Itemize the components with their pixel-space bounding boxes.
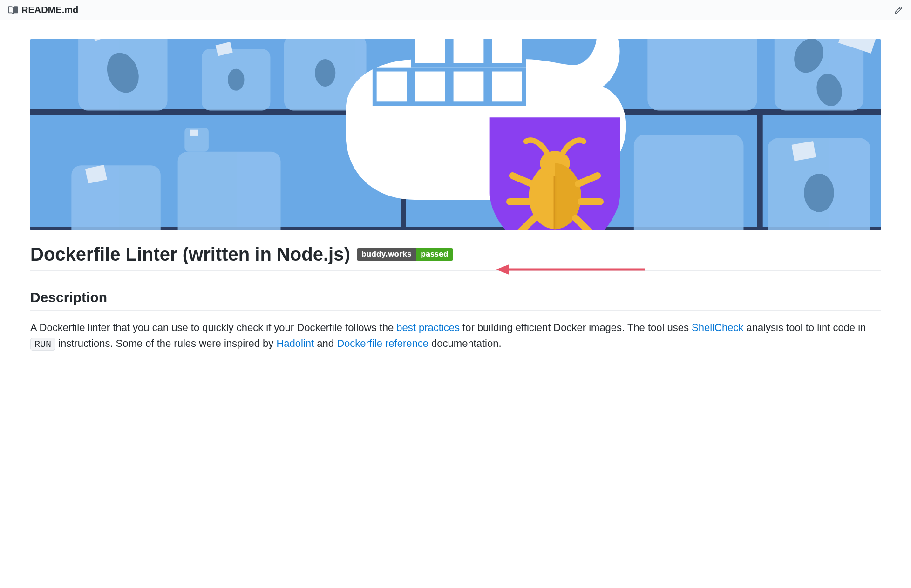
build-badge[interactable]: buddy.works passed — [357, 248, 453, 261]
svg-rect-33 — [490, 39, 524, 65]
svg-point-17 — [315, 59, 335, 87]
svg-rect-32 — [451, 39, 486, 65]
title-text: Dockerfile Linter (written in Node.js) — [30, 244, 350, 265]
svg-rect-13 — [634, 135, 744, 230]
svg-rect-26 — [190, 130, 198, 136]
desc-text-5: and — [314, 338, 337, 349]
edit-icon[interactable] — [894, 6, 903, 14]
svg-rect-29 — [451, 69, 486, 104]
svg-point-16 — [228, 69, 244, 91]
code-run: RUN — [30, 338, 55, 351]
svg-rect-8 — [647, 39, 757, 110]
link-hadolint[interactable]: Hadolint — [276, 338, 314, 349]
desc-text-1: A Dockerfile linter that you can use to … — [30, 322, 396, 333]
svg-rect-10 — [71, 165, 160, 230]
link-dockerfile-reference[interactable]: Dockerfile reference — [337, 338, 428, 349]
badge-right: passed — [416, 248, 453, 261]
desc-text-6: documentation. — [428, 338, 502, 349]
svg-rect-31 — [413, 39, 448, 65]
desc-text-3: analysis tool to lint code in — [743, 322, 866, 333]
link-best-practices[interactable]: best practices — [396, 322, 460, 333]
svg-rect-11 — [178, 152, 281, 230]
desc-text-2: for building efficient Docker images. Th… — [460, 322, 692, 333]
svg-rect-28 — [413, 69, 448, 104]
svg-rect-30 — [490, 69, 524, 104]
svg-rect-27 — [374, 69, 409, 104]
file-header: README.md — [0, 0, 911, 20]
link-shellcheck[interactable]: ShellCheck — [692, 322, 743, 333]
badge-left: buddy.works — [357, 248, 416, 261]
description-paragraph: A Dockerfile linter that you can use to … — [30, 320, 881, 351]
readme-body: Dockerfile Linter (written in Node.js) b… — [0, 20, 911, 370]
hero-banner — [30, 39, 881, 230]
page-title: Dockerfile Linter (written in Node.js) b… — [30, 244, 881, 271]
svg-rect-4 — [757, 115, 763, 230]
description-heading: Description — [30, 290, 881, 311]
svg-point-20 — [804, 174, 834, 212]
desc-text-4: instructions. Some of the rules were ins… — [55, 338, 276, 349]
book-icon — [8, 6, 18, 15]
file-name: README.md — [21, 5, 78, 15]
